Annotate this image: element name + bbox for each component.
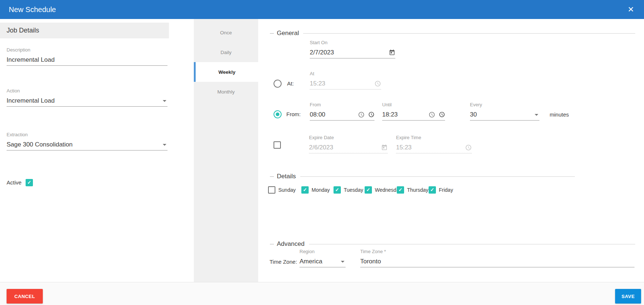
at-time-value: 15:23 (310, 80, 325, 87)
tab-monthly[interactable]: Monthly (194, 82, 258, 102)
at-time-field: At 15:23 (310, 70, 381, 89)
details-legend-text: Details (277, 173, 296, 180)
legend-line (303, 33, 635, 34)
chevron-down-icon[interactable] (160, 96, 169, 105)
day-item-wednesday: ✓ Wednesday (365, 186, 402, 194)
close-icon: ✕ (628, 5, 634, 14)
from-time-field[interactable]: From 08:00 (310, 102, 374, 121)
calendar-icon (381, 144, 388, 151)
timezone-label: Time Zone * (360, 248, 634, 256)
active-checkbox[interactable]: ✓ (26, 179, 33, 186)
extraction-label: Extraction (7, 131, 167, 139)
job-details-header: Job Details (0, 23, 169, 38)
description-input[interactable]: Incremental Load (7, 56, 54, 64)
every-select[interactable]: Every 30 (470, 102, 539, 121)
clock-outline-icon[interactable] (368, 111, 374, 118)
day-item-tuesday: ✓ Tuesday (334, 186, 363, 194)
day-label: Friday (439, 187, 453, 193)
until-time-value[interactable]: 18:23 (382, 111, 398, 118)
from-field-label: From (310, 102, 374, 109)
day-label: Tuesday (344, 187, 363, 193)
check-icon: ✓ (430, 186, 434, 194)
details-section-legend: Details (270, 173, 575, 180)
dialog-header: New Schedule ✕ (0, 0, 644, 19)
action-label: Action (7, 88, 167, 95)
expire-date-label: Expire Date (309, 134, 388, 142)
action-value[interactable]: Incremental Load (7, 97, 54, 104)
day-item-thursday: ✓ Thursday (397, 186, 428, 194)
chevron-down-icon[interactable] (160, 140, 169, 149)
expire-date-value: 2/6/2023 (309, 144, 333, 151)
legend-line (300, 176, 575, 177)
clock-icon (465, 144, 472, 151)
action-select[interactable]: Action Incremental Load (7, 88, 167, 107)
start-on-value[interactable]: 2/7/2023 (310, 49, 334, 56)
legend-dash (270, 244, 274, 244)
timezone-field[interactable]: Time Zone * Toronto (360, 248, 634, 267)
expire-time-field: Expire Time 15:23 (396, 134, 472, 153)
check-icon: ✓ (27, 179, 31, 186)
from-radio-label: From: (286, 111, 301, 118)
day-item-friday: ✓ Friday (429, 186, 453, 194)
region-select[interactable]: Region America (300, 248, 346, 267)
until-field-label: Until (382, 102, 445, 109)
schedule-type-tabs: Once Daily Weekly Monthly (194, 19, 258, 282)
timezone-row-label: Time Zone: (270, 258, 297, 266)
check-icon: ✓ (366, 186, 370, 194)
extraction-value[interactable]: Sage 300 Consolidation (7, 141, 73, 148)
tab-daily[interactable]: Daily (194, 42, 258, 62)
day-item-sunday: Sunday (268, 186, 295, 194)
day-label: Monday (312, 187, 330, 193)
job-details-title: Job Details (0, 23, 169, 38)
description-label: Description (7, 47, 167, 54)
clock-outline-icon[interactable] (439, 111, 445, 118)
close-button[interactable]: ✕ (624, 0, 638, 19)
sunday-checkbox[interactable] (268, 186, 275, 194)
clock-icon[interactable] (358, 111, 365, 118)
at-field-label: At (310, 70, 381, 78)
new-schedule-dialog: New Schedule ✕ Job Details Description I… (0, 0, 644, 305)
tab-weekly[interactable]: Weekly (194, 62, 258, 82)
every-label: Every (470, 102, 539, 109)
description-field[interactable]: Description Incremental Load (7, 47, 167, 66)
chevron-down-icon[interactable] (338, 257, 347, 266)
region-value[interactable]: America (300, 258, 322, 265)
monday-checkbox[interactable]: ✓ (301, 186, 309, 194)
from-radio[interactable] (274, 110, 282, 118)
clock-icon[interactable] (429, 111, 435, 118)
day-item-monday: ✓ Monday (301, 186, 330, 194)
check-icon: ✓ (399, 186, 403, 194)
at-radio[interactable] (274, 80, 282, 88)
advanced-legend-text: Advanced (277, 240, 305, 248)
tuesday-checkbox[interactable]: ✓ (334, 186, 341, 194)
legend-dash (270, 33, 274, 34)
calendar-icon[interactable] (389, 49, 395, 56)
friday-checkbox[interactable]: ✓ (429, 186, 436, 194)
day-label: Thursday (407, 187, 428, 193)
thursday-checkbox[interactable]: ✓ (397, 186, 404, 194)
start-on-label: Start On (310, 39, 395, 47)
save-button[interactable]: SAVE (615, 289, 641, 304)
general-legend-text: General (277, 30, 299, 37)
at-radio-label: At: (287, 80, 294, 87)
start-on-field[interactable]: Start On 2/7/2023 (310, 39, 395, 58)
from-time-value[interactable]: 08:00 (310, 111, 325, 118)
until-time-field[interactable]: Until 18:23 (382, 102, 445, 121)
dialog-title: New Schedule (9, 0, 56, 19)
cancel-button[interactable]: CANCEL (7, 289, 43, 304)
expire-time-label: Expire Time (396, 134, 472, 142)
every-value[interactable]: 30 (470, 111, 477, 118)
tab-once[interactable]: Once (194, 23, 258, 42)
extraction-select[interactable]: Extraction Sage 300 Consolidation (7, 131, 167, 150)
timezone-value[interactable]: Toronto (360, 258, 381, 265)
active-label: Active (7, 179, 22, 186)
check-icon: ✓ (303, 186, 307, 194)
wednesday-checkbox[interactable]: ✓ (365, 186, 372, 194)
region-label: Region (300, 248, 346, 256)
advanced-section-legend: Advanced (270, 240, 635, 248)
expire-checkbox[interactable] (274, 141, 281, 149)
check-icon: ✓ (335, 186, 339, 194)
expire-time-value: 15:23 (396, 144, 412, 151)
chevron-down-icon[interactable] (532, 110, 541, 119)
legend-dash (270, 176, 274, 177)
